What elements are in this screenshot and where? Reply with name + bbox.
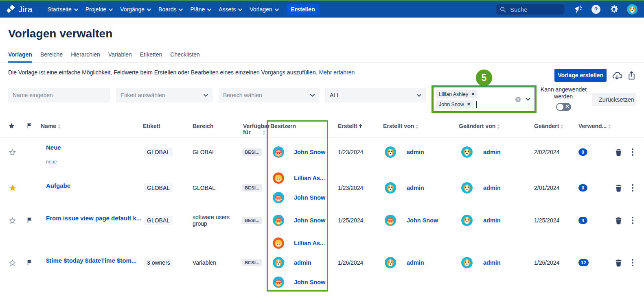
- settings-button[interactable]: [609, 4, 619, 14]
- label-filter[interactable]: Etikett auswählen: [116, 88, 212, 102]
- nav-item-projekte[interactable]: Projekte: [83, 4, 116, 15]
- help-button[interactable]: [591, 4, 601, 14]
- erstellt-date: 1/26/2024: [338, 259, 383, 266]
- reset-button[interactable]: Zurücksetzen: [592, 93, 636, 106]
- star-icon[interactable]: [8, 122, 15, 129]
- delete-button[interactable]: [615, 259, 622, 267]
- user-link[interactable]: admin: [483, 259, 501, 266]
- can-apply-toggle[interactable]: [556, 103, 571, 111]
- nav-item-vorlagen[interactable]: Vorlagen: [247, 4, 281, 15]
- owner-link[interactable]: admin: [294, 259, 311, 266]
- export-icon: [627, 71, 636, 80]
- applicable-filter[interactable]: ALL: [325, 88, 426, 102]
- user-link[interactable]: John Snow: [407, 217, 438, 224]
- nav-item-startseite[interactable]: Startseite: [45, 4, 81, 15]
- tab-hierarchien[interactable]: Hierarchien: [71, 51, 100, 63]
- flag-button[interactable]: [26, 217, 41, 224]
- flag-icon[interactable]: [27, 123, 32, 129]
- user-link[interactable]: admin: [407, 149, 424, 155]
- user-link[interactable]: admin: [407, 259, 424, 266]
- owner-link[interactable]: Lillian As...: [294, 240, 325, 246]
- nav-item-plaene[interactable]: Pläne: [187, 4, 214, 15]
- tab-variablen[interactable]: Variablen: [108, 51, 132, 63]
- jira-logo[interactable]: Jira: [6, 4, 33, 14]
- sort-asc-icon[interactable]: [359, 124, 362, 128]
- header-verwendungen[interactable]: Verwend...: [578, 123, 613, 129]
- more-actions-button[interactable]: [632, 217, 633, 224]
- remove-tag-icon[interactable]: ✕: [471, 91, 475, 97]
- chevron-down-icon: [238, 9, 242, 11]
- create-template-button[interactable]: Vorlage erstellen: [554, 69, 607, 82]
- export-button[interactable]: [627, 71, 636, 80]
- template-name-link[interactable]: Aufgabe: [46, 182, 70, 189]
- search-input[interactable]: [510, 6, 559, 13]
- header-verfuegbar[interactable]: Verfügbar für: [240, 123, 267, 135]
- name-filter[interactable]: [8, 88, 110, 102]
- user-link[interactable]: admin: [407, 185, 424, 191]
- user-link[interactable]: admin: [483, 217, 501, 224]
- star-button[interactable]: [8, 217, 26, 224]
- flag-button[interactable]: [26, 259, 41, 266]
- help-icon: [591, 4, 601, 14]
- tab-checklisten[interactable]: Checklisten: [170, 51, 199, 63]
- clear-all-icon[interactable]: [515, 96, 521, 102]
- remove-tag-icon[interactable]: ✕: [467, 102, 471, 107]
- delete-button[interactable]: [615, 217, 622, 224]
- erstellt-von-user: admin: [385, 257, 459, 268]
- avatar-john-snow: [273, 192, 284, 203]
- kebab-icon: [632, 259, 633, 266]
- trash-icon: [615, 148, 622, 156]
- usage-count-badge: 4: [578, 217, 587, 224]
- header-name[interactable]: Name: [41, 123, 143, 129]
- owner-link[interactable]: John Snow: [294, 194, 325, 201]
- header-erstellt[interactable]: Erstellt: [338, 123, 383, 129]
- sort-icon[interactable]: [58, 124, 61, 129]
- create-button[interactable]: Erstellen: [287, 4, 320, 15]
- nav-item-boards[interactable]: Boards: [156, 4, 186, 15]
- template-name-link[interactable]: From issue view page default k...: [46, 215, 141, 222]
- star-button[interactable]: [8, 148, 26, 156]
- header-geaendert-von[interactable]: Geändert von: [459, 123, 534, 129]
- chevron-down-icon[interactable]: [526, 98, 530, 101]
- delete-button[interactable]: [615, 184, 622, 192]
- nav-item-assets[interactable]: Assets: [216, 4, 245, 15]
- more-actions-button[interactable]: [632, 259, 633, 266]
- avatar-admin: [461, 182, 473, 194]
- tab-bereiche[interactable]: Bereiche: [40, 51, 63, 63]
- user-link[interactable]: admin: [483, 149, 501, 155]
- announcements-button[interactable]: [573, 4, 583, 14]
- template-name-link[interactable]: Neue: [46, 144, 61, 151]
- sort-icon[interactable]: [561, 124, 563, 129]
- delete-button[interactable]: [615, 148, 622, 156]
- chevron-down-icon: [207, 9, 211, 11]
- owner-link[interactable]: John Snow: [294, 217, 325, 224]
- owners-filter[interactable]: Lillian Ashley ✕ John Snow ✕: [433, 87, 535, 112]
- header-erstellt-von[interactable]: Erstellt von: [383, 123, 459, 129]
- user-avatar[interactable]: [627, 4, 637, 15]
- star-button[interactable]: [8, 259, 26, 267]
- owner-user: John Snow: [273, 276, 338, 288]
- avatar-admin: [461, 257, 473, 268]
- owner-link[interactable]: John Snow: [294, 149, 325, 155]
- sort-icon[interactable]: [263, 131, 265, 135]
- user-link[interactable]: admin: [483, 185, 501, 191]
- import-button[interactable]: [611, 71, 622, 80]
- more-actions-button[interactable]: [632, 148, 633, 156]
- search-box[interactable]: [496, 4, 565, 15]
- learn-more-link[interactable]: Mehr erfahren: [319, 69, 355, 76]
- sort-icon[interactable]: [608, 124, 611, 129]
- star-button[interactable]: [8, 184, 26, 192]
- sort-icon[interactable]: [416, 124, 418, 129]
- nav-item-vorgaenge[interactable]: Vorgänge: [117, 4, 154, 15]
- erstellt-von-user: John Snow: [385, 215, 459, 226]
- owner-link[interactable]: John Snow: [294, 279, 325, 285]
- more-actions-button[interactable]: [632, 184, 633, 192]
- name-filter-input[interactable]: [13, 92, 105, 98]
- tab-etiketten[interactable]: Etiketten: [140, 51, 162, 63]
- template-name-link[interactable]: $time $today $dateTime $tom...: [46, 257, 136, 264]
- sort-icon[interactable]: [497, 124, 500, 129]
- owner-link[interactable]: Lillian As...: [294, 175, 325, 181]
- tab-vorlagen[interactable]: Vorlagen: [8, 51, 32, 63]
- scope-filter[interactable]: Bereich wählen: [219, 88, 319, 102]
- header-geaendert[interactable]: Geändert: [534, 123, 578, 129]
